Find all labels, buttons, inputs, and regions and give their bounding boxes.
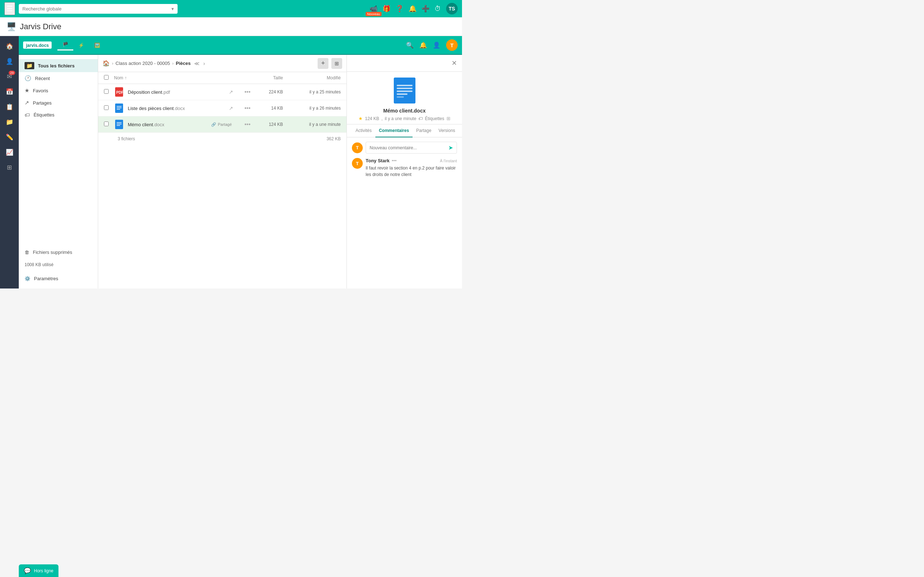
drive-user-avatar[interactable]: T bbox=[446, 39, 458, 51]
add-icon[interactable]: ➕ bbox=[422, 5, 430, 13]
add-file-button[interactable]: + bbox=[318, 58, 328, 69]
comment-input[interactable] bbox=[370, 145, 448, 150]
sidebar-item-drive[interactable]: 📁 bbox=[2, 115, 16, 129]
recent-label: Récent bbox=[35, 76, 50, 81]
svg-rect-9 bbox=[116, 125, 120, 126]
sidebar-item-calendar[interactable]: 📅 bbox=[2, 84, 16, 99]
tab-activities[interactable]: Activités bbox=[352, 124, 375, 137]
sidebar-item-tasks[interactable]: 📋 bbox=[2, 100, 16, 114]
right-panel-close-button[interactable]: ✕ bbox=[452, 59, 457, 67]
row1-filename: Déposition client.pdf bbox=[128, 89, 219, 95]
nav-item-tags[interactable]: 🏷 Étiquettes bbox=[19, 109, 98, 121]
sidebar-item-edit[interactable]: ✏️ bbox=[2, 130, 16, 144]
total-files-label: 3 fichiers bbox=[104, 136, 308, 141]
grid-view-button[interactable]: ⊞ bbox=[331, 58, 342, 69]
row1-checkbox[interactable] bbox=[104, 89, 109, 94]
drive-tab-flash[interactable]: ⚡ bbox=[73, 40, 89, 50]
row1-share-icon[interactable]: ↗ bbox=[219, 89, 233, 95]
drive-tab-files[interactable]: 🏴 bbox=[57, 40, 73, 50]
row2-share-icon[interactable]: ↗ bbox=[219, 105, 233, 111]
header-name[interactable]: Nom ↑ bbox=[114, 76, 250, 81]
meta-sep: , bbox=[381, 116, 383, 121]
comment-input-wrapper: ➤ bbox=[366, 142, 457, 154]
drive-search-icon[interactable]: 🔍 bbox=[406, 42, 414, 49]
clock-icon[interactable]: ⏱ bbox=[435, 5, 441, 13]
row3-docx-icon bbox=[114, 119, 124, 129]
row1-check[interactable] bbox=[104, 89, 114, 95]
file-list-panel: 🏠 › Class action 2020 - 00005 › Pièces ≪… bbox=[98, 55, 347, 288]
help-icon[interactable]: ❓ bbox=[396, 5, 404, 13]
breadcrumb-case[interactable]: Class action 2020 - 00005 bbox=[115, 61, 170, 66]
edit-tags-icon[interactable]: ⊞ bbox=[446, 116, 451, 121]
drive-user-icon[interactable]: 👤 bbox=[433, 42, 440, 49]
send-comment-button[interactable]: ➤ bbox=[448, 144, 453, 151]
nav-item-all-files[interactable]: 📁 Tous les fichiers bbox=[19, 59, 98, 72]
breadcrumb-home-icon[interactable]: 🏠 bbox=[102, 60, 110, 67]
row3-size: 124 KB bbox=[250, 122, 283, 127]
file-preview-icon bbox=[394, 77, 415, 103]
drive-header-icon: 🖥️ bbox=[6, 22, 16, 31]
tab-versions[interactable]: Versions bbox=[435, 124, 459, 137]
notification-icon[interactable]: 🔔 bbox=[409, 5, 417, 13]
svg-rect-5 bbox=[116, 109, 120, 110]
file-total-row: 3 fichiers 362 KB bbox=[98, 133, 347, 145]
breadcrumb-share-icon[interactable]: ≪ bbox=[194, 61, 200, 66]
drive-area: jarvis.docs 🏴 ⚡ 🖼️ 🔍 🔔 👤 T 📁 bbox=[19, 36, 462, 288]
preview-time: il y a une minute bbox=[385, 116, 416, 121]
sidebar-item-contacts[interactable]: 👤 bbox=[2, 54, 16, 69]
svg-rect-7 bbox=[116, 122, 122, 123]
nav-item-params[interactable]: ⚙️ Paramètres bbox=[19, 273, 98, 284]
breadcrumb-pieces[interactable]: Pièces bbox=[176, 61, 191, 66]
header-check[interactable] bbox=[104, 75, 114, 81]
breadcrumb-arrow-icon[interactable]: › bbox=[203, 61, 205, 66]
user-avatar[interactable]: TS bbox=[446, 3, 458, 15]
svg-rect-11 bbox=[397, 85, 412, 86]
drive-tab-icons: 🔍 🔔 👤 T bbox=[406, 39, 458, 51]
search-input[interactable] bbox=[23, 6, 169, 11]
trash-icon: 🗑 bbox=[24, 250, 29, 255]
comment-block-1: T Tony Stark ••• À l'instant Il faut rev… bbox=[352, 158, 457, 178]
video-icon[interactable]: 📹 Nouveau bbox=[370, 5, 378, 13]
params-label: Paramètres bbox=[34, 276, 58, 281]
sidebar-item-home[interactable]: 🏠 bbox=[2, 39, 16, 53]
trash-label: Fichiers supprimés bbox=[33, 250, 72, 255]
comment-time-1: À l'instant bbox=[440, 159, 457, 163]
left-nav: 📁 Tous les fichiers 🕐 Récent ★ Favoris ↗… bbox=[19, 55, 98, 288]
tag-icon[interactable]: 🏷 bbox=[418, 116, 423, 121]
file-row-2[interactable]: Liste des pièces client.docx ↗ ••• 14 KB… bbox=[98, 100, 347, 116]
row1-more-button[interactable]: ••• bbox=[236, 89, 250, 95]
file-row-3[interactable]: Mémo client.docx 🔗 Partagé ••• 124 KB il… bbox=[98, 116, 347, 133]
tab-sharing[interactable]: Partage bbox=[412, 124, 435, 137]
comment-more-button-1[interactable]: ••• bbox=[392, 158, 397, 163]
drive-tab-gallery[interactable]: 🖼️ bbox=[89, 40, 105, 50]
drive-notification-icon[interactable]: 🔔 bbox=[419, 42, 427, 49]
row3-modified: il y a une minute bbox=[283, 122, 341, 127]
header-size: Taille bbox=[250, 76, 283, 81]
sidebar-item-mail[interactable]: ✉ 29 bbox=[2, 69, 16, 84]
file-row-1[interactable]: PDF Déposition client.pdf ↗ ••• bbox=[98, 84, 347, 100]
breadcrumb: 🏠 › Class action 2020 - 00005 › Pièces ≪… bbox=[98, 55, 347, 72]
preview-meta: ★ 124 KB , il y a une minute 🏷 Étiquette… bbox=[359, 116, 450, 121]
nav-item-shared[interactable]: ↗ Partages bbox=[19, 97, 98, 109]
row2-checkbox[interactable] bbox=[104, 105, 109, 110]
search-dropdown-icon[interactable]: ▾ bbox=[171, 6, 174, 11]
comment-text-1: Il faut revoir la section 4 en p.2 pour … bbox=[366, 165, 457, 178]
nav-item-favorites[interactable]: ★ Favoris bbox=[19, 84, 98, 97]
row3-checkbox[interactable] bbox=[104, 121, 109, 126]
comment-input-avatar: T bbox=[352, 142, 363, 153]
row2-check[interactable] bbox=[104, 105, 114, 111]
nav-item-recent[interactable]: 🕐 Récent bbox=[19, 72, 98, 84]
mail-badge: 29 bbox=[9, 71, 15, 75]
right-panel-header: ✕ bbox=[347, 55, 462, 72]
row3-check[interactable] bbox=[104, 121, 114, 127]
nav-item-trash[interactable]: 🗑 Fichiers supprimés bbox=[19, 247, 98, 258]
row2-more-button[interactable]: ••• bbox=[236, 105, 250, 111]
row3-more-button[interactable]: ••• bbox=[236, 121, 250, 128]
tab-comments[interactable]: Commentaires bbox=[375, 124, 412, 137]
gift-icon[interactable]: 🎁 bbox=[383, 5, 391, 13]
hamburger-button[interactable]: ☰ bbox=[4, 2, 15, 15]
select-all-checkbox[interactable] bbox=[104, 75, 109, 80]
sidebar-item-grid[interactable]: ⊞ bbox=[2, 160, 16, 174]
sidebar-item-stats[interactable]: 📈 bbox=[2, 145, 16, 160]
all-files-label: Tous les fichiers bbox=[38, 63, 75, 69]
